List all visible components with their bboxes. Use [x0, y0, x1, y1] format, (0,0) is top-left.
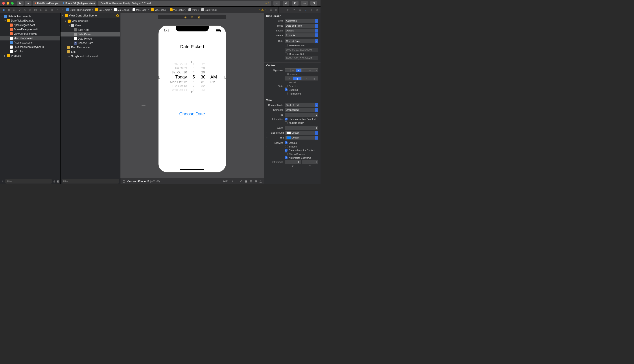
adjust-editor-options-icon[interactable]: ☰: [270, 8, 272, 12]
date-picker-preview[interactable]: Thu Oct 8227Fri Oct 9328Sat Oct 10429Tod…: [161, 62, 224, 92]
semantic-select[interactable]: Unspecified⌄: [285, 108, 318, 112]
background-select[interactable]: Default⌄: [285, 131, 318, 135]
minimize-button[interactable]: [7, 2, 9, 4]
tint-select[interactable]: Default⌄: [285, 136, 318, 140]
outline-safearea-row[interactable]: Safe Area: [61, 28, 120, 32]
selected-check[interactable]: [285, 85, 288, 88]
selection-handle[interactable]: [191, 91, 193, 93]
report-navigator-icon[interactable]: ☰: [44, 8, 48, 12]
outline-filter-input[interactable]: [62, 179, 119, 184]
alpha-field[interactable]: 1: [285, 126, 318, 130]
highlighted-check[interactable]: [285, 92, 288, 95]
outline-label-row[interactable]: LDate Picked: [61, 36, 120, 41]
breadcrumb-0[interactable]: DatePickerExample 〉: [66, 8, 94, 12]
help-inspector-icon[interactable]: ?: [291, 8, 296, 12]
min-date-field[interactable]: 1970-01-01, 6:00:00 AM: [285, 48, 318, 52]
selection-handle[interactable]: [158, 76, 160, 79]
resolve-icon[interactable]: △: [260, 180, 262, 183]
hidden-check[interactable]: [285, 145, 288, 148]
add-tint-button[interactable]: +: [266, 136, 269, 139]
find-navigator-icon[interactable]: ⚲: [17, 8, 22, 12]
stop-button[interactable]: ■: [25, 1, 32, 6]
navigator-filter-input[interactable]: [5, 179, 52, 184]
related-items-icon[interactable]: ⊞: [51, 8, 54, 12]
project-navigator-icon[interactable]: ▣: [1, 8, 6, 12]
outline-view-row[interactable]: ▼View: [61, 23, 120, 28]
interface-builder-canvas[interactable]: ◉ ◎ ▣ → 9:41 Date Picked Thu Oct 8227Fri…: [120, 13, 264, 184]
vc-dock-icon[interactable]: ◉: [184, 16, 186, 19]
source-control-icon[interactable]: ▦: [7, 8, 12, 12]
breadcrumb-6[interactable]: View 〉: [188, 8, 200, 12]
library-button[interactable]: ＋: [273, 1, 280, 6]
tag-field[interactable]: 0: [285, 113, 318, 117]
selection-handle[interactable]: [225, 76, 226, 79]
file-row[interactable]: Info.plist: [0, 49, 60, 54]
attributes-inspector-icon[interactable]: ⌵: [303, 8, 308, 12]
file-row[interactable]: ViewController.swift: [0, 32, 60, 36]
warning-crumb-icon[interactable]: 〈 ⚠ 〉: [258, 8, 267, 12]
update-frames-icon[interactable]: ⟲: [240, 180, 242, 183]
breadcrumb-2[interactable]: Mai…oard 〉: [114, 8, 132, 12]
breadcrumb-7[interactable]: Date Picker: [201, 8, 217, 11]
toggle-navigator-button[interactable]: ◧: [292, 1, 299, 6]
products-row[interactable]: ▶Products: [0, 54, 60, 58]
align-icon[interactable]: ⊟: [250, 180, 252, 183]
add-background-button[interactable]: +: [266, 132, 269, 134]
exit-dock-icon[interactable]: ▣: [197, 16, 200, 19]
run-button[interactable]: ▶: [17, 1, 24, 6]
warning-indicator[interactable]: ⚠ 2: [265, 2, 269, 4]
identity-inspector-icon[interactable]: ▭: [297, 8, 302, 12]
zoom-level[interactable]: 74%: [223, 180, 228, 183]
size-inspector-icon[interactable]: ▯: [309, 8, 313, 12]
zoom-out-button[interactable]: －: [217, 179, 220, 183]
style-select[interactable]: Automatic⌄: [285, 19, 318, 23]
mode-select[interactable]: Date and Time⌄: [285, 24, 318, 28]
add-drawing-button[interactable]: +: [266, 145, 269, 148]
interval-select[interactable]: 1 minute⌄: [285, 34, 318, 37]
scene-dock[interactable]: ◉ ◎ ▣: [158, 15, 226, 19]
breadcrumb-3[interactable]: Mai…ase) 〉: [132, 8, 150, 12]
max-date-check[interactable]: [285, 52, 288, 56]
debug-navigator-icon[interactable]: ▤: [33, 8, 38, 12]
locale-select[interactable]: Default⌄: [285, 28, 318, 32]
history-inspector-icon[interactable]: ◷: [286, 8, 291, 12]
embed-icon[interactable]: ▣: [245, 180, 247, 183]
toggle-debug-button[interactable]: ▭: [301, 1, 308, 6]
button-preview[interactable]: Choose Date: [161, 112, 224, 116]
breakpoint-navigator-icon[interactable]: ◈: [38, 8, 43, 12]
scheme-selector[interactable]: ◆ DatePickerExample 〉 ▮ iPhone SE (2nd g…: [33, 1, 96, 6]
outline-entry-row[interactable]: →Storyboard Entry Point: [61, 54, 120, 58]
group-row[interactable]: ▼DatePickerExample: [0, 18, 60, 23]
outline-button-row[interactable]: BChoose Date: [61, 41, 120, 45]
add-button[interactable]: ＋: [1, 179, 4, 183]
multitouch-check[interactable]: [285, 121, 288, 124]
outline-vc-row[interactable]: ▼View Controller: [61, 19, 120, 23]
uie-check[interactable]: ✓: [285, 118, 288, 120]
min-date-check[interactable]: [285, 44, 288, 47]
entry-point-arrow[interactable]: →: [140, 102, 147, 109]
file-row[interactable]: AppDelegate.swift: [0, 23, 60, 27]
forward-button[interactable]: 〉: [60, 8, 65, 12]
zoom-in-button[interactable]: ＋: [231, 179, 234, 183]
scm-filter-icon[interactable]: ◷: [53, 180, 55, 183]
enabled-check[interactable]: ✓: [285, 88, 288, 91]
activity-status[interactable]: DatePickerExample: Ready | Today at 5:31…: [98, 1, 271, 6]
file-row-selected[interactable]: Main.storyboard: [0, 36, 60, 40]
zoom-button[interactable]: [11, 2, 14, 4]
stretch-y-field[interactable]: 0: [302, 160, 319, 164]
issue-navigator-icon[interactable]: ⚠: [23, 8, 27, 12]
toggle-outline-icon[interactable]: ▢: [123, 180, 125, 183]
pin-icon[interactable]: ⊞: [255, 180, 257, 183]
autoresize-check[interactable]: ✓: [285, 156, 288, 159]
scene-warning-icon[interactable]: [116, 14, 119, 17]
outline-firstresponder-row[interactable]: First Responder: [61, 45, 120, 50]
firstresponder-dock-icon[interactable]: ◎: [191, 16, 193, 19]
symbol-navigator-icon[interactable]: ☷: [12, 8, 17, 12]
selection-handle[interactable]: [191, 61, 193, 63]
back-button[interactable]: 〈: [54, 8, 59, 12]
outline-scene-row[interactable]: ▼ View Controller Scene: [61, 13, 120, 18]
connections-inspector-icon[interactable]: ⊙: [314, 8, 319, 12]
file-inspector-icon[interactable]: ▫: [280, 8, 285, 12]
toggle-inspector-button[interactable]: ◨: [310, 1, 317, 6]
recent-filter-icon[interactable]: ▣: [57, 180, 59, 183]
